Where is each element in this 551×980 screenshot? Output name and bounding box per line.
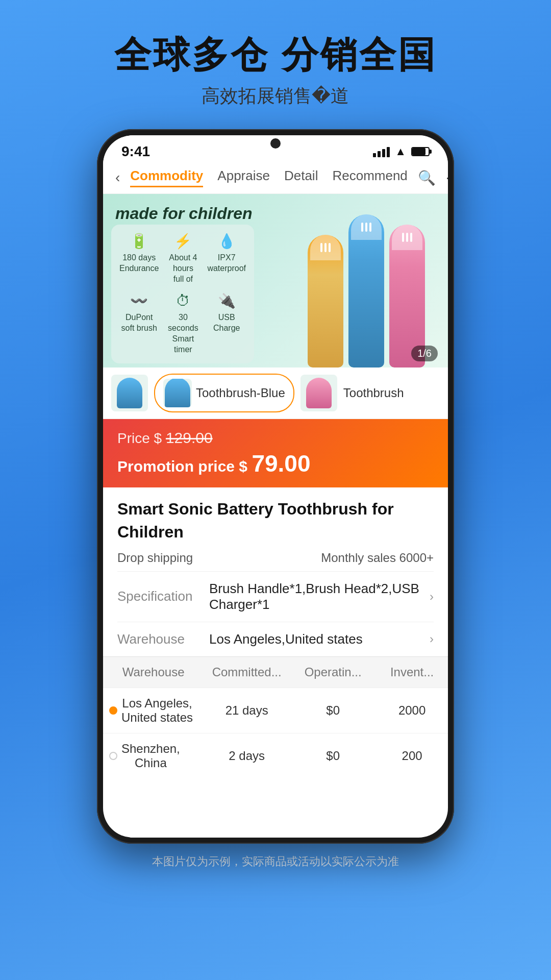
price-banner: Price $ 129.00 Promotion price $ 79.00 (103, 419, 448, 487)
table-row-sz[interactable]: Shenzhen,China 2 days $0 200 (103, 733, 448, 778)
feature-box: 🔋 180 days Endurance ⚡ About 4 hours ful… (111, 225, 254, 363)
table-row-la[interactable]: Los Angeles,United states 21 days $0 200… (103, 688, 448, 733)
original-price: Price $ 129.00 (117, 429, 434, 447)
td-inventory-la: 2000 (376, 703, 448, 718)
th-inventory: Invent... (376, 665, 448, 679)
search-icon[interactable]: 🔍 (418, 169, 436, 186)
tab-detail[interactable]: Detail (284, 168, 318, 187)
back-button[interactable]: ‹ (115, 169, 120, 186)
feature-charge: ⚡ About 4 hours full of (167, 233, 199, 284)
product-info: Smart Sonic Battery Toothbrush for Child… (103, 487, 448, 571)
spec-label-warehouse: Warehouse (117, 631, 199, 647)
variants-row: Toothbrush-Blue Toothbrush (103, 368, 448, 419)
feature-endurance: 🔋 180 days Endurance (119, 233, 159, 284)
status-time: 9:41 (121, 143, 150, 160)
footer-note: 本图片仅为示例，实际商品或活动以实际公示为准 (152, 854, 399, 869)
variant-label-blue: Toothbrush-Blue (196, 386, 285, 400)
page-header: 全球多仓 分销全国 高效拓展销售�道 (114, 31, 437, 109)
specs-section: Specification Brush Handle*1,Brush Head*… (103, 571, 448, 656)
nav-tabs: Commodity Appraise Detail Recommend (130, 168, 408, 187)
warehouse-sz-name: Shenzhen,China (121, 742, 180, 770)
feature-timer: ⏱ 30 seconds Smart timer (167, 292, 199, 355)
td-committed-sz: 2 days (204, 749, 290, 763)
variant-thumb-1[interactable] (111, 375, 148, 411)
product-image-area: made for children 🔋 180 days Endurance ⚡… (103, 194, 448, 368)
promo-price: Promotion price $ 79.00 (117, 450, 434, 477)
td-warehouse-la: Los Angeles,United states (103, 696, 204, 725)
drop-shipping-label: Drop shipping (117, 551, 193, 565)
promo-price-value: 79.00 (252, 450, 310, 477)
warehouse-table: Warehouse Committed... Operatin... Inven… (103, 656, 448, 778)
toothbrush-images (285, 194, 448, 368)
spec-value-warehouse: Los Angeles,United states (209, 631, 419, 647)
wifi-icon: ▲ (395, 145, 406, 158)
td-committed-la: 21 days (204, 703, 290, 718)
tab-appraise[interactable]: Appraise (217, 168, 270, 187)
spec-arrow-specification: › (430, 590, 434, 604)
timer-text: 30 seconds Smart timer (167, 312, 199, 355)
toothbrush-blue (348, 214, 384, 368)
th-committed: Committed... (204, 665, 290, 679)
variant-pill-blue[interactable]: Toothbrush-Blue (154, 374, 294, 412)
th-warehouse: Warehouse (103, 665, 204, 679)
nav-bar: ‹ Commodity Appraise Detail Recommend 🔍 … (103, 164, 448, 194)
monthly-sales-label: Monthly sales 6000+ (321, 551, 434, 565)
status-bar: 9:41 ▲ (103, 135, 448, 164)
feature-waterproof: 💧 IPX7 waterproof (207, 233, 246, 284)
spec-arrow-warehouse: › (430, 632, 434, 646)
phone-screen: 9:41 ▲ ‹ Commodity Appraise Detail Recom… (103, 135, 448, 838)
spec-label-specification: Specification (117, 589, 199, 604)
timer-icon: ⏱ (176, 292, 190, 309)
product-banner-text: made for children (115, 204, 253, 223)
nav-actions: 🔍 ··· (418, 169, 448, 186)
tab-commodity[interactable]: Commodity (130, 168, 203, 187)
headline: 全球多仓 分销全国 (114, 31, 437, 80)
brush-icon: 〰️ (130, 292, 148, 309)
td-operating-la: $0 (290, 703, 376, 718)
variant-thumb-blue (163, 379, 192, 407)
subline: 高效拓展销售�道 (114, 84, 437, 109)
product-meta: Drop shipping Monthly sales 6000+ (117, 551, 434, 565)
endurance-icon: 🔋 (130, 233, 148, 250)
charge-icon: ⚡ (174, 233, 192, 250)
original-price-value: 129.00 (166, 429, 213, 446)
dot-sz (109, 752, 117, 760)
endurance-text: 180 days Endurance (119, 253, 159, 274)
warehouse-la-name: Los Angeles,United states (121, 696, 193, 725)
waterproof-icon: 💧 (218, 233, 236, 250)
signal-icon (373, 146, 390, 157)
waterproof-text: IPX7 waterproof (207, 253, 246, 274)
product-title: Smart Sonic Battery Toothbrush for Child… (117, 498, 434, 544)
variant-label-pink: Toothbrush (343, 386, 404, 400)
image-counter: 1/6 (411, 346, 438, 361)
usb-text: USB Charge (207, 312, 246, 334)
status-icons: ▲ (373, 145, 430, 158)
th-operating: Operatin... (290, 665, 376, 679)
spec-row-warehouse[interactable]: Warehouse Los Angeles,United states › (117, 622, 434, 656)
tab-recommend[interactable]: Recommend (332, 168, 407, 187)
variant-thumb-pink[interactable] (300, 375, 337, 411)
td-warehouse-sz: Shenzhen,China (103, 742, 204, 770)
battery-icon (411, 147, 430, 156)
more-icon[interactable]: ··· (446, 169, 448, 186)
toothbrush-yellow (308, 235, 343, 368)
feature-usb: 🔌 USB Charge (207, 292, 246, 355)
table-header: Warehouse Committed... Operatin... Inven… (103, 657, 448, 688)
spec-value-specification: Brush Handle*1,Brush Head*2,USB Charger*… (209, 581, 419, 612)
phone-shell: 9:41 ▲ ‹ Commodity Appraise Detail Recom… (97, 129, 454, 844)
td-operating-sz: $0 (290, 749, 376, 763)
td-inventory-sz: 200 (376, 749, 448, 763)
spec-row-specification[interactable]: Specification Brush Handle*1,Brush Head*… (117, 571, 434, 622)
charge-text: About 4 hours full of (167, 253, 199, 284)
usb-icon: 🔌 (218, 292, 236, 309)
feature-brush: 〰️ DuPont soft brush (119, 292, 159, 355)
brush-text: DuPont soft brush (119, 312, 159, 334)
dot-la (109, 706, 117, 715)
